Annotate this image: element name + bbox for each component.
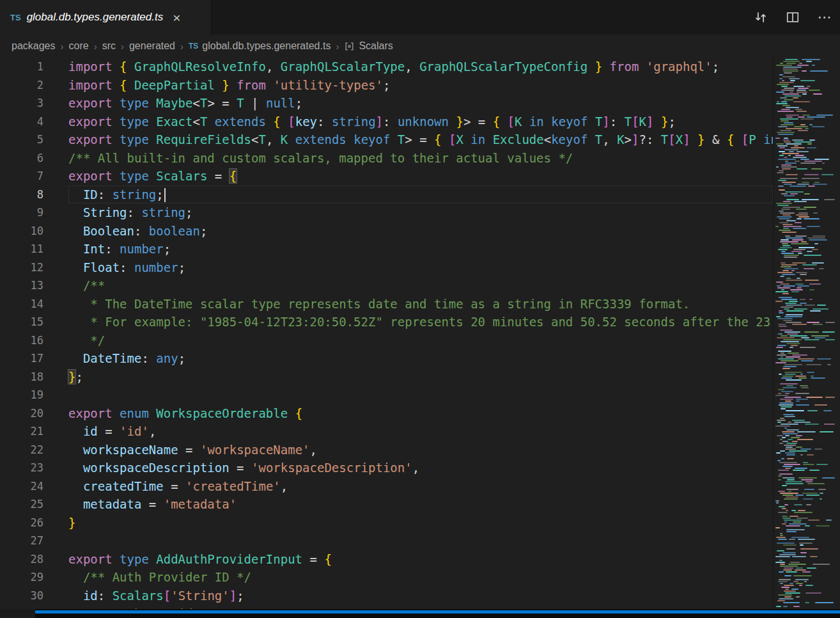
breadcrumb-item-packages[interactable]: packages	[12, 40, 56, 52]
code-line-29[interactable]: /** Auth Provider ID */	[68, 568, 773, 587]
minimap-mark	[775, 556, 790, 557]
code-line-17[interactable]: DateTime: any;	[68, 349, 773, 368]
minimap-mark	[807, 410, 818, 411]
breadcrumb-item-filename[interactable]: global.db.types.generated.ts	[202, 40, 331, 52]
line-number[interactable]: 28	[0, 550, 61, 569]
line-number[interactable]: 12	[0, 258, 61, 277]
minimap-mark	[779, 218, 790, 219]
code-token	[113, 78, 120, 92]
line-number[interactable]: 6	[0, 149, 61, 168]
minimap-mark	[792, 324, 807, 325]
minimap-mark	[781, 289, 784, 290]
code-line-2[interactable]: import { DeepPartial } from 'utility-typ…	[68, 76, 773, 95]
line-number[interactable]: 4	[0, 113, 61, 131]
code-line-25[interactable]: metadata = 'metadata'	[68, 495, 773, 514]
minimap[interactable]	[773, 58, 840, 609]
code-token: ]	[632, 132, 639, 147]
line-number[interactable]: 20	[0, 404, 61, 423]
code-token: string	[332, 115, 376, 129]
line-number[interactable]: 10	[0, 222, 61, 241]
code-line-9[interactable]: String: string;	[68, 203, 773, 222]
line-number[interactable]: 31	[0, 605, 61, 609]
status-bar-accent	[35, 610, 840, 614]
line-number[interactable]: 29	[0, 568, 61, 587]
tab-global-db-types-generated[interactable]: TS global.db.types.generated.ts ×	[0, 0, 212, 35]
code-line-24[interactable]: createdTime = 'createdTime',	[68, 477, 773, 496]
minimap-mark	[822, 162, 825, 164]
line-number[interactable]: 17	[0, 349, 61, 368]
line-number[interactable]: 1	[0, 58, 61, 76]
line-number[interactable]: 11	[0, 240, 61, 258]
minimap-mark	[808, 519, 820, 521]
line-number[interactable]: 14	[0, 295, 61, 313]
code-line-28[interactable]: export type AddAuthProviderInput = {	[68, 550, 773, 569]
code-token	[113, 59, 120, 74]
line-number[interactable]: 16	[0, 331, 61, 350]
line-number[interactable]: 22	[0, 441, 61, 459]
text-cursor	[164, 188, 166, 202]
code-line-1[interactable]: import { GraphQLResolveInfo, GraphQLScal…	[68, 58, 773, 76]
minimap-mark	[797, 168, 807, 170]
breadcrumb-item-src[interactable]: src	[102, 40, 116, 52]
minimap-mark	[791, 537, 809, 538]
minimap-mark	[783, 226, 802, 227]
breadcrumb-item-scalars[interactable]: Scalars	[359, 40, 393, 52]
code-line-30[interactable]: id: Scalars['String'];	[68, 587, 773, 605]
minimap-mark	[795, 468, 807, 469]
code-line-12[interactable]: Float: number;	[68, 258, 773, 277]
code-line-23[interactable]: workspaceDescription = 'workspaceDescrip…	[68, 459, 773, 477]
code-line-31[interactable]: /** Auth Provider Name */	[68, 605, 773, 609]
line-number[interactable]: 7	[0, 167, 61, 186]
code-line-8[interactable]: ID: string;	[68, 186, 773, 204]
line-number[interactable]: 25	[0, 495, 61, 514]
breadcrumb-item-generated[interactable]: generated	[129, 40, 175, 52]
code-line-10[interactable]: Boolean: boolean;	[68, 222, 773, 241]
code-line-16[interactable]: */	[68, 331, 773, 350]
line-number[interactable]: 9	[0, 203, 61, 222]
code-line-19[interactable]	[68, 386, 773, 404]
line-number[interactable]: 15	[0, 313, 61, 331]
minimap-mark	[782, 477, 795, 479]
line-number[interactable]: 19	[0, 386, 61, 404]
code-line-21[interactable]: id = 'id',	[68, 422, 773, 441]
line-number[interactable]: 8	[0, 186, 61, 204]
line-number[interactable]: 26	[0, 514, 61, 532]
code-token: :	[98, 589, 113, 603]
line-number[interactable]: 13	[0, 276, 61, 295]
code-line-15[interactable]: * For example: "1985-04-12T23:20:50.52Z"…	[68, 313, 773, 331]
code-line-13[interactable]: /**	[68, 276, 773, 295]
line-number[interactable]: 30	[0, 587, 61, 605]
close-tab-icon[interactable]: ×	[173, 11, 180, 24]
breadcrumb-item-core[interactable]: core	[69, 40, 89, 52]
line-number[interactable]: 3	[0, 94, 61, 113]
code-area[interactable]: import { GraphQLResolveInfo, GraphQLScal…	[61, 58, 773, 609]
line-number[interactable]: 21	[0, 422, 61, 441]
minimap-mark	[785, 589, 789, 590]
code-line-26[interactable]: }	[68, 514, 773, 532]
code-line-20[interactable]: export enum WorkspaceOrderable {	[68, 404, 773, 423]
code-line-18[interactable]: };	[68, 368, 773, 386]
gutter[interactable]: 1234567891011121314151617181920212223242…	[0, 58, 61, 609]
line-number[interactable]: 18	[0, 368, 61, 386]
split-editor-icon[interactable]	[785, 10, 800, 25]
more-actions-icon[interactable]: ⋯	[817, 10, 832, 25]
line-number[interactable]: 23	[0, 459, 61, 477]
code-line-4[interactable]: export type Exact<T extends { [key: stri…	[68, 113, 773, 131]
minimap-mark	[790, 80, 795, 81]
code-line-6[interactable]: /** All built-in and custom scalars, map…	[68, 149, 773, 168]
line-number[interactable]: 24	[0, 477, 61, 496]
code-line-11[interactable]: Int: number;	[68, 240, 773, 258]
code-token	[215, 78, 222, 92]
minimap-mark	[778, 475, 782, 477]
code-line-22[interactable]: workspaceName = 'workspaceName',	[68, 441, 773, 459]
code-line-7[interactable]: export type Scalars = {	[68, 167, 773, 186]
code-line-5[interactable]: export type RequireFields<T, K extends k…	[68, 131, 773, 149]
code-line-3[interactable]: export type Maybe<T> = T | null;	[68, 94, 773, 113]
line-number[interactable]: 27	[0, 532, 61, 550]
open-changes-icon[interactable]	[753, 10, 768, 25]
code-line-14[interactable]: * The DateTime scalar type represents da…	[68, 295, 773, 313]
code-line-27[interactable]	[68, 532, 773, 550]
line-number[interactable]: 5	[0, 131, 61, 149]
line-number[interactable]: 2	[0, 76, 61, 95]
code-token: [	[288, 115, 295, 129]
